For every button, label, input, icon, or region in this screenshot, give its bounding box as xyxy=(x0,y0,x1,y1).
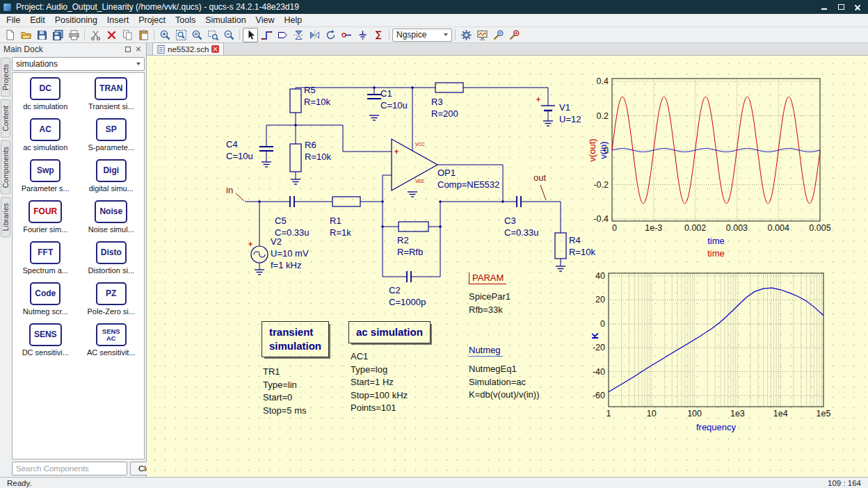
sim-settings-button[interactable] xyxy=(474,28,490,42)
search-components-input[interactable] xyxy=(12,462,127,475)
zoom-in-button[interactable] xyxy=(157,28,172,42)
component-label-C4[interactable]: C4 C=10u xyxy=(226,138,253,162)
mirror-horizontal-button[interactable] xyxy=(307,28,322,42)
component-label-V2[interactable]: V2 U=10 mV f=1 kHz xyxy=(271,236,309,271)
save-all-button[interactable] xyxy=(50,28,65,42)
component-label-R6[interactable]: R6 R=10k xyxy=(305,139,331,163)
component-label-C3[interactable]: C3 C=0.33u xyxy=(504,215,539,238)
dock-tab-components[interactable]: Components xyxy=(1,140,10,195)
resistor-R5 xyxy=(290,89,301,113)
nutmeg-properties[interactable]: NutmegEq1 Simulation=ac K=db(v(out)/v(in… xyxy=(469,363,540,402)
new-file-button[interactable] xyxy=(2,28,17,42)
component-label-R4[interactable]: R4 R=10k xyxy=(569,234,595,258)
dock-tab-libraries[interactable]: Libraries xyxy=(1,197,10,237)
component-item-nutmeg-scr[interactable]: CodeNutmeg scr... xyxy=(13,282,78,323)
dock-close-button[interactable] xyxy=(134,45,143,54)
transient-simulation-box[interactable]: transient simulation xyxy=(262,321,329,357)
menu-help[interactable]: Help xyxy=(279,14,307,26)
svg-text:1e-3: 1e-3 xyxy=(645,223,662,233)
rotate-button[interactable] xyxy=(323,28,338,42)
insert-wire-button[interactable] xyxy=(259,28,274,42)
new-file-icon xyxy=(4,29,16,41)
current-probe-button[interactable] xyxy=(506,28,522,42)
component-item-fourier-sim[interactable]: FOURFourier sim... xyxy=(13,200,78,241)
component-item-transient-si[interactable]: TRANTransient si... xyxy=(79,77,144,118)
component-label-C2[interactable]: C2 C=1000p xyxy=(389,284,426,308)
tab-close-button[interactable] xyxy=(211,45,219,53)
component-list: DCdc simulationTRANTransient si...ACac s… xyxy=(12,72,145,459)
close-button[interactable] xyxy=(850,1,865,13)
insert-ground-button[interactable] xyxy=(355,28,370,42)
dock-tab-projects[interactable]: Projects xyxy=(1,58,10,97)
component-item-s-paramete[interactable]: SPS-paramete... xyxy=(79,118,144,159)
zoom-fit-button[interactable] xyxy=(173,28,188,42)
component-item-distortion-si[interactable]: DistoDistortion si... xyxy=(79,241,144,282)
component-item-dc-sensitivi[interactable]: SENSDC sensitivi... xyxy=(13,323,78,364)
cut-button[interactable] xyxy=(88,28,103,42)
menu-project[interactable]: Project xyxy=(134,14,170,26)
mirror-vertical-button[interactable] xyxy=(291,28,306,42)
component-caption: Parameter s... xyxy=(22,184,70,193)
print-button[interactable] xyxy=(66,28,81,42)
component-label-V1[interactable]: V1 U=12 xyxy=(559,101,581,125)
component-item-ac-sensitivit[interactable]: SENSACAC sensitivit... xyxy=(79,323,144,364)
menu-insert[interactable]: Insert xyxy=(102,14,134,26)
select-button[interactable] xyxy=(243,28,258,42)
component-item-spectrum-a[interactable]: FFTSpectrum a... xyxy=(13,241,78,282)
document-tab[interactable]: ne5532.sch xyxy=(152,42,224,55)
component-label-C1[interactable]: C1 C=10u xyxy=(380,88,408,111)
wire-label-out[interactable]: out xyxy=(533,172,546,183)
menu-tools[interactable]: Tools xyxy=(170,14,200,26)
svg-text:0.002: 0.002 xyxy=(684,223,706,233)
zoom-area-button[interactable] xyxy=(205,28,220,42)
menu-simulation[interactable]: Simulation xyxy=(200,14,250,26)
paste-button[interactable] xyxy=(136,28,151,42)
dock-tab-content[interactable]: Content xyxy=(1,99,10,138)
component-item-dc-simulation[interactable]: DCdc simulation xyxy=(13,77,78,118)
copy-button[interactable] xyxy=(120,28,135,42)
menu-view[interactable]: View xyxy=(251,14,280,26)
spice-param-properties[interactable]: SpicePar1 Rfb=33k xyxy=(469,291,511,316)
voltage-probe-button[interactable] xyxy=(490,28,506,42)
ac-simulation-box[interactable]: ac simulation xyxy=(348,321,431,343)
component-item-ac-simulation[interactable]: ACac simulation xyxy=(13,118,78,159)
component-label-OP1[interactable]: OP1 Comp=NE5532 xyxy=(437,167,499,190)
menu-positioning[interactable]: Positioning xyxy=(50,14,102,26)
ac-sim-properties[interactable]: AC1 Type=log Start=1 Hz Stop=100 kHz Poi… xyxy=(351,350,408,415)
svg-text:v(in): v(in) xyxy=(598,141,609,158)
svg-text:v(out): v(out) xyxy=(587,138,597,161)
component-icon: SENSAC xyxy=(96,323,127,346)
delete-button[interactable] xyxy=(104,28,119,42)
component-label-R2[interactable]: R2 R=Rfb xyxy=(397,234,423,258)
transient-sim-properties[interactable]: TR1 Type=lin Start=0 Stop=5 ms xyxy=(263,366,307,417)
menu-file[interactable]: File xyxy=(1,14,25,26)
zoom-actual-button[interactable] xyxy=(189,28,204,42)
component-label-R1[interactable]: R1 R=1k xyxy=(330,215,351,238)
schematic-canvas[interactable]: 0.40.20-0.2-0.401e-30.0020.0030.0040.005… xyxy=(147,56,868,477)
zoom-out-button[interactable] xyxy=(221,28,236,42)
insert-equation-button[interactable] xyxy=(371,28,386,42)
save-button[interactable] xyxy=(34,28,49,42)
insert-port-button[interactable] xyxy=(339,28,354,42)
component-item-pole-zero-si[interactable]: PZPole-Zero si... xyxy=(79,282,144,323)
component-category-select[interactable]: simulations xyxy=(12,57,145,71)
nutmeg-header[interactable]: Nutmeg xyxy=(469,345,503,357)
component-item-digital-simu[interactable]: Digidigital simu... xyxy=(79,159,144,200)
component-item-noise-simul[interactable]: NoiseNoise simul... xyxy=(79,200,144,241)
open-button[interactable] xyxy=(18,28,33,42)
dock-float-button[interactable] xyxy=(124,45,132,54)
titlebar[interactable]: Project: Audio_Output_Linearity (/home/v… xyxy=(0,0,868,14)
simulator-select[interactable]: Ngspice xyxy=(392,29,452,42)
component-label-C5[interactable]: C5 C=0.33u xyxy=(275,215,310,238)
maximize-button[interactable] xyxy=(833,1,849,13)
minimize-button[interactable] xyxy=(817,1,832,13)
wire-label-in[interactable]: in xyxy=(226,185,233,195)
spice-param-header[interactable]: PARAM xyxy=(469,273,506,284)
component-label-R5[interactable]: R5 R=10k xyxy=(304,84,330,108)
component-item-parameter-s[interactable]: SwpParameter s... xyxy=(13,159,78,200)
component-label-R3[interactable]: R3 R=200 xyxy=(431,96,458,120)
simulate-button[interactable] xyxy=(458,28,474,42)
save-all-icon xyxy=(52,29,64,41)
insert-label-button[interactable] xyxy=(275,28,290,42)
menu-edit[interactable]: Edit xyxy=(25,14,50,26)
